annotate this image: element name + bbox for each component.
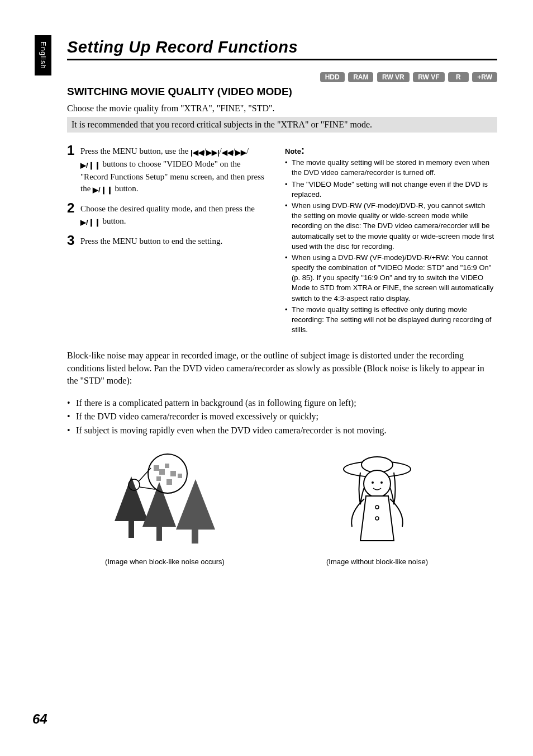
step-text: Press the MENU button, use the	[80, 147, 191, 155]
two-column-layout: 1 Press the MENU button, use the |◀◀/▶▶|…	[67, 144, 497, 336]
badge-ram: RAM	[348, 72, 373, 82]
svg-line-16	[140, 487, 155, 489]
step-number: 2	[67, 201, 80, 215]
step-text: Choose the desired quality mode, and the…	[80, 204, 255, 213]
rewind-icon: ◀◀	[222, 148, 233, 158]
svg-rect-5	[192, 530, 198, 544]
svg-rect-11	[166, 479, 172, 485]
step-number: 1	[67, 144, 80, 157]
notes-list: The movie quality setting will be stored…	[285, 158, 497, 335]
note-item: The "VIDEO Mode" setting will not change…	[285, 179, 497, 200]
condition-item: If subject is moving rapidly even when t…	[67, 424, 497, 438]
svg-point-20	[372, 481, 374, 484]
step-2: 2 Choose the desired quality mode, and t…	[67, 201, 268, 228]
play-pause-icon: ▶/❙❙	[80, 218, 101, 228]
caption-left: (Image when block-like noise occurs)	[101, 557, 229, 566]
conditions-list: If there is a complicated pattern in bac…	[67, 396, 497, 438]
step-body: Press the MENU button to end the setting…	[80, 234, 268, 248]
step-body: Choose the desired quality mode, and the…	[80, 201, 268, 228]
images-row: (Image when block-like noise occurs)	[101, 451, 497, 566]
note-heading: Note:	[285, 144, 497, 158]
condition-item: If the DVD video camera/recorder is move…	[67, 410, 497, 424]
step-text: Press the MENU button to end the setting…	[80, 237, 222, 245]
page-title: Setting Up Record Functions	[67, 38, 497, 56]
recommendation-callout: It is recommended that you record critic…	[67, 117, 497, 133]
svg-point-21	[380, 481, 383, 484]
svg-point-19	[364, 470, 391, 497]
note-label: Note	[285, 147, 301, 155]
step-1: 1 Press the MENU button, use the |◀◀/▶▶|…	[67, 144, 268, 196]
step-text: button.	[101, 216, 126, 225]
note-item: When using a DVD-RW (VF-mode)/DVD-R/+RW:…	[285, 253, 497, 304]
colon: :	[301, 145, 304, 156]
step-text: button.	[113, 184, 139, 193]
svg-rect-6	[154, 465, 159, 471]
svg-rect-10	[156, 476, 161, 481]
svg-rect-7	[159, 469, 165, 475]
step-number: 3	[67, 234, 80, 247]
note-item: When using DVD-RW (VF-mode)/DVD-R, you c…	[285, 201, 497, 252]
title-underline	[67, 59, 497, 60]
section-heading: SWITCHING MOVIE QUALITY (VIDEO MODE)	[67, 86, 497, 98]
media-badges: HDD RAM RW VR RW VF R +RW	[67, 72, 497, 82]
skip-fwd-icon: ▶▶|	[206, 148, 220, 158]
image-left: (Image when block-like noise occurs)	[101, 451, 229, 566]
svg-marker-0	[115, 476, 148, 521]
language-tab: English	[35, 35, 51, 75]
svg-rect-8	[165, 464, 169, 468]
image-right: (Image without block-like noise)	[313, 451, 441, 566]
steps-column: 1 Press the MENU button, use the |◀◀/▶▶|…	[67, 144, 268, 336]
step-body: Press the MENU button, use the |◀◀/▶▶|/◀…	[80, 144, 268, 196]
condition-item: If there is a complicated pattern in bac…	[67, 396, 497, 410]
skip-back-icon: |◀◀	[191, 148, 204, 158]
note-item: The movie quality setting is effective o…	[285, 305, 497, 336]
notes-column: Note: The movie quality setting will be …	[285, 144, 497, 336]
step-3: 3 Press the MENU button to end the setti…	[67, 234, 268, 248]
page-number: 64	[32, 711, 47, 727]
badge-rwvf: RW VF	[413, 72, 444, 82]
badge-rwvr: RW VR	[377, 72, 410, 82]
svg-marker-2	[142, 482, 176, 527]
ffwd-icon: ▶▶	[235, 148, 246, 158]
play-pause-icon: ▶/❙❙	[93, 185, 113, 196]
svg-rect-1	[129, 521, 134, 538]
svg-rect-9	[170, 471, 176, 476]
badge-r: R	[448, 72, 469, 82]
badge-hdd: HDD	[320, 72, 345, 82]
note-item: The movie quality setting will be stored…	[285, 158, 497, 178]
intro-text: Choose the movie quality from "XTRA", "F…	[67, 103, 497, 114]
svg-rect-3	[156, 527, 162, 541]
play-pause-icon: ▶/❙❙	[80, 160, 101, 171]
block-noise-illustration	[101, 451, 229, 552]
block-noise-text: Block-like noise may appear in recorded …	[67, 349, 497, 387]
clean-illustration	[313, 451, 441, 552]
page-content: Setting Up Record Functions HDD RAM RW V…	[67, 38, 497, 566]
badge-plusrw: +RW	[472, 72, 497, 82]
caption-right: (Image without block-like noise)	[313, 557, 441, 566]
svg-rect-12	[178, 474, 182, 478]
